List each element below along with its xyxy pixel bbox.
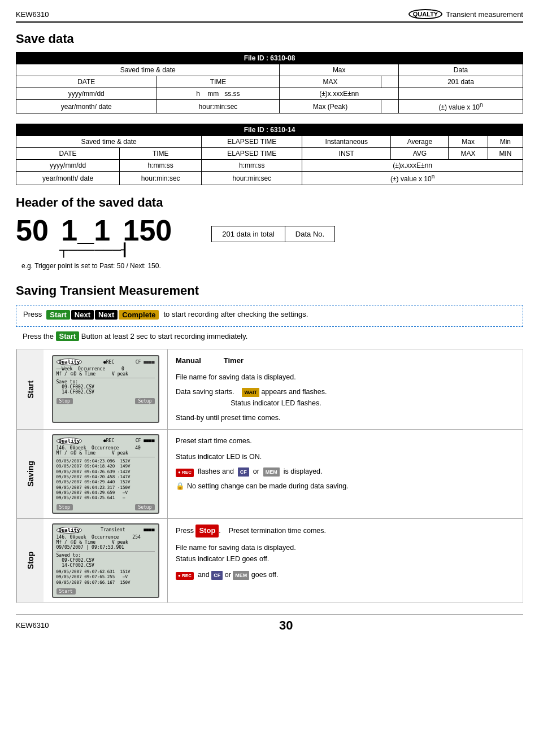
date-label-1: DATE <box>16 76 157 88</box>
sep-num2 <box>112 216 120 245</box>
rec-icon: ● REC <box>176 469 194 477</box>
time-label-2: TIME <box>120 148 202 160</box>
stop-desc-line1: Press Stop. Preset termination time come… <box>176 525 515 537</box>
mem-icon-saving: MEM <box>263 467 280 477</box>
next-num: 150 <box>123 216 172 245</box>
date-alt-1: year/month/ date <box>16 100 157 113</box>
step-saving-label: Saving <box>16 430 44 518</box>
start-screen-mock: Quality ●REC CF ■■■■ ——Week Occurrence 0… <box>52 355 159 423</box>
past-num: 50 <box>16 216 49 245</box>
step-stop-label: Stop <box>16 519 44 602</box>
start-desc-line3: Stand-by until preset time comes. <box>176 412 515 423</box>
next1-btn-label: Next <box>71 310 94 320</box>
sep-num <box>51 216 59 245</box>
saving-transient-section: Saving Transient Measurement Press Start… <box>16 283 523 603</box>
stop-desc-line2: File name for saving data is displayed. … <box>176 542 515 565</box>
save-data-section: Save data File ID : 6310-08 Saved time &… <box>16 32 523 185</box>
elapsed-format-2: h:mm:ss <box>202 160 302 172</box>
wait-icon: WAIT <box>242 388 259 397</box>
max-label-2: Max <box>449 136 488 148</box>
max-peak-empty-1 <box>381 100 398 113</box>
steps-container: Start Quality ●REC CF ■■■■ ——Week Occurr… <box>16 349 523 603</box>
time-format-1: h mm ss.ss <box>157 88 280 100</box>
rec-icon-stop: ● REC <box>176 572 194 580</box>
data-count-1: 201 data <box>399 76 523 88</box>
data-no-box: Data No. <box>285 226 335 242</box>
header-saved-title: Header of the saved data <box>16 195 523 210</box>
stop-screen-mock: Quality Transient ■■■■ 146. 0Vpeek Occur… <box>52 523 159 598</box>
value-format-2: (±)x.xxxE±nn <box>302 160 523 172</box>
date-format-2: yyyy/mm/dd <box>16 160 120 172</box>
big-numbers-block: 50 1_1 150 ┬──────┨ <box>16 216 172 257</box>
page-header: KEW6310 QUALTY Transient measurement <box>16 9 523 23</box>
step-start-row: Start Quality ●REC CF ■■■■ ——Week Occurr… <box>16 349 523 430</box>
date-alt-2: year/month/ date <box>16 172 120 185</box>
footer-model: KEW6310 <box>16 621 49 630</box>
min-label-2: Min <box>488 136 523 148</box>
mem-icon-stop: MEM <box>233 571 249 580</box>
data-label-1: Data <box>399 64 523 76</box>
max-val-label-1: MAX <box>280 76 381 88</box>
value-format-empty-1 <box>399 88 523 100</box>
time-alt-2: hour:min:sec <box>120 172 202 185</box>
next2-btn-label: Next <box>95 310 118 320</box>
data-no-label: Data No. <box>295 230 324 238</box>
saving-desc-line2: Status indicator LED is ON. <box>176 451 515 462</box>
file-id-1: File ID : 6310-08 <box>16 53 523 64</box>
saving-desc-line4: 🔒No setting change can be made during da… <box>176 480 515 492</box>
saved-time-date-label-2: Saved time & date <box>16 136 202 148</box>
time-format-2: h:mm:ss <box>120 160 202 172</box>
instruction-1-prefix: Press <box>23 310 42 318</box>
data-boxes: 201 data in total Data No. <box>211 226 335 242</box>
instruction-2: Press the Start Button at least 2 sec to… <box>16 329 523 343</box>
saved-time-date-label-1: Saved time & date <box>16 64 280 76</box>
total-data-box: 201 data in total <box>211 226 285 242</box>
instruction-1: Press Start Next Next Complete to start … <box>16 305 523 327</box>
max-val-empty-1 <box>381 76 398 88</box>
header-right: QUALTY Transient measurement <box>408 9 523 19</box>
page-footer: KEW6310 30 <box>16 614 523 633</box>
instantaneous-label-2: Instantaneous <box>302 136 391 148</box>
manual-label: Manual <box>176 355 201 367</box>
step-saving-screen: Quality ●REC CF ■■■■ 146. 0Vpeek Occurre… <box>44 430 168 518</box>
date-format-1: yyyy/mm/dd <box>16 88 157 100</box>
qualty-badge: QUALTY <box>408 9 442 19</box>
file-id-table-1: File ID : 6310-08 Saved time & date Max … <box>16 52 523 113</box>
step-saving-desc: Preset start time comes. Status indicato… <box>168 430 523 518</box>
header-saved-section: Header of the saved data 50 1_1 150 ┬───… <box>16 195 523 270</box>
time-alt-1: hour:min:sec <box>157 100 280 113</box>
start-btn-label: Start <box>46 310 70 320</box>
avg-val-2: AVG <box>391 148 449 160</box>
step-stop-desc: Press Stop. Preset termination time come… <box>168 519 523 602</box>
time-label-1: TIME <box>157 76 280 88</box>
value-format-1: (±)x.xxxE±nn <box>280 88 399 100</box>
stop-desc-line3: ● REC and CF or MEM goes off. <box>176 569 515 580</box>
instruction-2-prefix: Press the <box>23 332 56 340</box>
instruction-2-suffix: Button at least 2 sec to start recording… <box>81 332 248 340</box>
max-val-2: MAX <box>449 148 488 160</box>
instruction-1-suffix: to start recording after checking the se… <box>163 310 308 318</box>
cf-icon-saving: CF <box>238 467 249 477</box>
save-data-title: Save data <box>16 32 523 46</box>
footer-page: 30 <box>279 618 293 633</box>
stop-btn-label: Stop <box>195 525 219 537</box>
big-numbers-row: 50 1_1 150 <box>16 216 172 245</box>
elapsed-alt-2: hour:min:sec <box>202 172 302 185</box>
cf-icon-stop: CF <box>211 571 223 580</box>
step-start-label: Start <box>16 349 44 429</box>
inst-val-2: INST <box>302 148 391 160</box>
elapsed-val-2: ELAPSED TIME <box>202 148 302 160</box>
step-saving-row: Saving Quality ●REC CF ■■■■ 146. 0Vpeek … <box>16 430 523 519</box>
start-desc-line1: File name for saving data is displayed. <box>176 372 515 383</box>
header-model: KEW6310 <box>16 10 49 19</box>
min-val-2: MIN <box>488 148 523 160</box>
complete-btn-label: Complete <box>119 310 159 320</box>
sep-label: 1_1 <box>61 216 110 245</box>
saving-screen-mock: Quality ●REC CF ■■■■ 146. 0Vpeek Occurre… <box>52 434 159 514</box>
timer-label: Timer <box>224 355 244 367</box>
saving-desc-line1: Preset start time comes. <box>176 435 515 447</box>
date-label-2: DATE <box>16 148 120 160</box>
value-alt-1: (±) value x 10n <box>399 100 523 113</box>
step-stop-screen: Quality Transient ■■■■ 146. 0Vpeek Occur… <box>44 519 168 602</box>
step-start-desc: Manual Timer File name for saving data i… <box>168 349 523 429</box>
